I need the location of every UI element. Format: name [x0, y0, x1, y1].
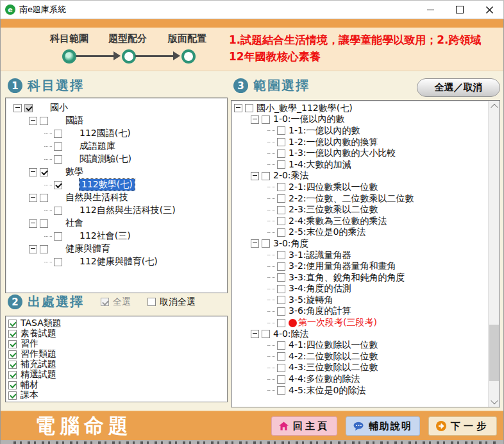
tree-item[interactable]: 112國語(七)	[6, 127, 227, 140]
tree-item[interactable]: 健康與體育	[6, 243, 227, 255]
scroll-down-button[interactable]	[489, 396, 500, 407]
close-button[interactable]	[475, 0, 504, 19]
scroll-up-button[interactable]	[489, 101, 500, 112]
list-item[interactable]: 習作	[6, 339, 227, 349]
checkbox[interactable]	[54, 130, 62, 138]
expander-minus-icon[interactable]	[251, 330, 259, 338]
tree-item[interactable]: 2-0:乘法	[231, 171, 489, 182]
tree-item-label[interactable]: 3-4:角度的估測	[289, 283, 351, 295]
tree-item[interactable]: 1-2:一億以內數的換算	[231, 137, 489, 148]
list-item[interactable]: 輔材	[6, 380, 227, 390]
checkbox[interactable]	[277, 138, 285, 146]
tree-item[interactable]: 1-4:大數的加減	[231, 159, 489, 171]
checkbox[interactable]	[262, 239, 270, 248]
tree-item[interactable]: 2-3:三位數乘以二位數	[231, 204, 489, 216]
select-all-toggle-button[interactable]: 全選／取消	[417, 78, 500, 97]
tree-item[interactable]: 3-5:旋轉角	[231, 295, 489, 306]
tree-item-label[interactable]: 成語題庫	[80, 141, 115, 152]
checkbox[interactable]	[40, 117, 48, 125]
tree-item[interactable]: 自然與生活科技	[6, 191, 227, 204]
tree-item[interactable]: 112健康與體育(七)	[6, 255, 227, 268]
tree-item[interactable]: 4-0:除法	[231, 329, 489, 340]
tree-item[interactable]: 國小_數學_112數學(七)	[231, 103, 489, 114]
checkbox[interactable]	[262, 115, 270, 124]
tree-item-label[interactable]: 4-1:四位數除以一位數	[289, 339, 378, 351]
checkbox[interactable]	[277, 375, 285, 384]
tree-item[interactable]: 國小	[6, 101, 227, 114]
checkbox[interactable]	[277, 206, 285, 214]
tree-item[interactable]: 2-4:乘數為三位數的乘法	[231, 216, 489, 227]
checkbox[interactable]	[54, 155, 62, 164]
tree-item[interactable]: 社會	[6, 217, 227, 230]
tree-item-label[interactable]: 2-0:乘法	[273, 170, 309, 182]
expander-minus-icon[interactable]	[251, 115, 259, 124]
list-item[interactable]: TASA類題	[6, 318, 227, 329]
expander-minus-icon[interactable]	[29, 194, 37, 202]
list-item[interactable]: 習作類題	[6, 349, 227, 359]
tree-item[interactable]: 4-3:三位數除以二位數	[231, 363, 489, 374]
tree-item[interactable]: 2-5:末位是0的乘法	[231, 227, 489, 239]
checkbox[interactable]	[54, 232, 62, 241]
tree-item-label[interactable]: 2-5:末位是0的乘法	[289, 226, 366, 238]
checkbox[interactable]	[262, 330, 270, 338]
tree-item-label[interactable]: 第一次段考(三段考)	[298, 317, 377, 329]
tree-item-label[interactable]: 4-3:三位數除以二位數	[289, 362, 378, 373]
checkbox[interactable]	[54, 142, 62, 151]
tree-item[interactable]: 4-2:二位數除以二位數	[231, 351, 489, 363]
checkbox[interactable]	[245, 104, 253, 112]
checkbox[interactable]	[8, 381, 17, 389]
checkbox[interactable]	[8, 330, 17, 338]
home-button[interactable]: 回主頁	[271, 416, 337, 436]
tree-item-label[interactable]: 4-0:除法	[273, 329, 309, 340]
select-all-checkbox[interactable]	[101, 298, 109, 306]
tree-item[interactable]: 1-3:一億以內數的大小比較	[231, 148, 489, 159]
checkbox[interactable]	[277, 273, 285, 282]
checkbox[interactable]	[277, 126, 285, 135]
tree-item[interactable]: 3-4:角度的估測	[231, 284, 489, 295]
tree-item-label[interactable]: 1-1:一億以內的數	[289, 125, 360, 137]
tree-item-label[interactable]: 112數學(七)	[80, 179, 135, 191]
maximize-button[interactable]	[445, 0, 475, 19]
tree-item-label[interactable]: 1-0:一億以內的數	[273, 114, 345, 125]
checkbox[interactable]	[8, 320, 17, 328]
tree-item-label[interactable]: 自然與生活科技	[65, 192, 128, 203]
checkbox[interactable]	[277, 307, 285, 316]
checkbox[interactable]	[277, 319, 285, 327]
tree-item-label[interactable]: 健康與體育	[65, 243, 110, 255]
tree-item[interactable]: 2-2:一位數、二位數乘以二位數	[231, 193, 489, 205]
checkbox[interactable]	[54, 258, 62, 266]
tree-item[interactable]: 3-2:使用量角器量角和畫角	[231, 260, 489, 272]
tree-item-label[interactable]: 1-2:一億以內數的換算	[289, 137, 378, 148]
select-all-option[interactable]: 全選	[101, 296, 131, 308]
tree-item[interactable]: 3-0:角度	[231, 238, 489, 250]
next-step-button[interactable]: 下一步	[428, 416, 497, 436]
tree-item-label[interactable]: 國語	[65, 115, 83, 126]
checkbox[interactable]	[40, 168, 48, 176]
tree-item-label[interactable]: 1-4:大數的加減	[289, 159, 351, 171]
tree-item[interactable]: 3-3:直角、銳角和鈍角的角度	[231, 272, 489, 284]
checkbox[interactable]	[40, 194, 48, 202]
tree-item-label[interactable]: 社會	[65, 218, 83, 229]
tree-item[interactable]: 4-4:多位數的除法	[231, 373, 489, 385]
checkbox[interactable]	[277, 285, 285, 293]
scrollbar-thumb[interactable]	[489, 325, 499, 381]
tree-item[interactable]: 第一次段考(三段考)	[231, 317, 489, 329]
expander-minus-icon[interactable]	[234, 104, 242, 112]
tree-item-label[interactable]: 國小	[50, 102, 68, 114]
vertical-scrollbar[interactable]	[488, 101, 500, 407]
list-item[interactable]: 課本	[6, 390, 227, 400]
checkbox[interactable]	[277, 160, 285, 169]
checkbox[interactable]	[8, 350, 17, 359]
checkbox[interactable]	[8, 361, 17, 369]
expander-minus-icon[interactable]	[251, 172, 259, 180]
tree-item-label[interactable]: 3-0:角度	[273, 238, 309, 250]
tree-item[interactable]: 3-1:認識量角器	[231, 250, 489, 261]
expander-minus-icon[interactable]	[251, 239, 259, 248]
tree-item-label[interactable]: 國小_數學_112數學(七)	[256, 103, 353, 114]
checkbox[interactable]	[277, 341, 285, 350]
tree-item-label[interactable]: 112社會(三)	[80, 230, 131, 242]
help-button[interactable]: 輔助說明	[346, 416, 420, 436]
tree-item-label[interactable]: 2-2:一位數、二位數乘以二位數	[289, 193, 414, 205]
expander-minus-icon[interactable]	[29, 117, 37, 125]
checkbox[interactable]	[40, 245, 48, 253]
